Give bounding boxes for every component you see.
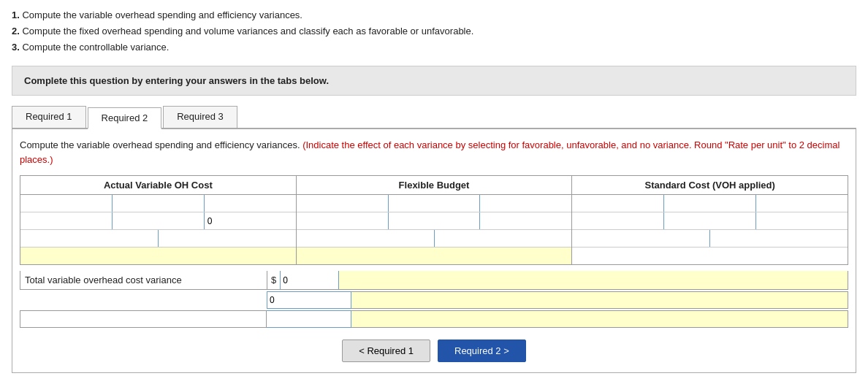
input-actual-r1c2[interactable] — [113, 195, 204, 212]
panel-std-r1c1 — [572, 195, 664, 212]
panel-actual-r1c2 — [113, 195, 205, 212]
panel-std-r1c3 — [756, 195, 848, 212]
tab-required-2[interactable]: Required 2 — [88, 107, 162, 129]
variance-value-input[interactable] — [281, 271, 338, 289]
variance-row3-input-cell — [267, 310, 351, 328]
variance-row3-label-input[interactable] — [23, 312, 263, 326]
variance-label-cell: Total variable overhead cost variance — [20, 271, 267, 289]
variance-yellow-cell — [339, 271, 848, 289]
input-std-r3c2[interactable] — [710, 230, 848, 247]
panel-flex-r2c3 — [480, 212, 571, 229]
panel-std-r2c3 — [756, 212, 848, 229]
input-actual-r1c1[interactable] — [20, 195, 112, 212]
tab-required-1[interactable]: Required 1 — [12, 106, 86, 128]
panel-actual-header: Actual Variable OH Cost — [20, 176, 296, 195]
panel-actual-r2c3 — [205, 212, 296, 229]
panel-std-r2c2 — [664, 212, 756, 229]
panel-actual-r3c1 — [20, 230, 159, 247]
panel-actual: Actual Variable OH Cost — [20, 176, 297, 265]
panel-flex-r2c1 — [297, 212, 389, 229]
panel-flex-r3c1 — [297, 230, 435, 247]
input-flex-r1c3[interactable] — [480, 195, 571, 212]
input-actual-r3c1[interactable] — [20, 230, 158, 247]
next-button[interactable]: Required 2 > — [438, 339, 526, 362]
panel-actual-r1c1 — [20, 195, 113, 212]
panel-std-row2 — [572, 212, 848, 230]
input-actual-r2c3[interactable] — [205, 212, 296, 229]
complete-banner-text: Complete this question by entering your … — [24, 75, 329, 86]
panel-actual-r2c1 — [20, 212, 113, 229]
total-variance-row: Total variable overhead cost variance $ — [20, 271, 848, 290]
input-std-r1c1[interactable] — [572, 195, 663, 212]
input-std-r2c1[interactable] — [572, 212, 663, 229]
variance-row2-input[interactable] — [267, 292, 351, 308]
input-std-r1c2[interactable] — [664, 195, 755, 212]
input-std-r2c3[interactable] — [756, 212, 848, 229]
panel-flexible: Flexible Budget — [297, 176, 573, 265]
panel-actual-r2c2 — [113, 212, 205, 229]
variance-row2-yellow-input[interactable] — [351, 292, 848, 308]
instruction-3-text: Compute the controllable variance. — [22, 42, 169, 53]
panel-flex-r2c2 — [389, 212, 481, 229]
input-flex-r2c2[interactable] — [389, 212, 480, 229]
tab-instruction-main: Compute the variable overhead spending a… — [20, 139, 302, 150]
panel-standard: Standard Cost (VOH applied) — [572, 176, 848, 265]
panel-flex-row1 — [297, 195, 572, 212]
panel-flex-r1c2 — [389, 195, 481, 212]
input-flex-r3c1[interactable] — [297, 230, 434, 247]
panel-flex-r1c1 — [297, 195, 389, 212]
input-flex-yellow-c1[interactable] — [297, 248, 572, 264]
instruction-2-text: Compute the fixed overhead spending and … — [22, 26, 473, 37]
tab-instructions-note: Compute the variable overhead spending a… — [20, 138, 848, 166]
input-flex-r2c1[interactable] — [297, 212, 388, 229]
input-actual-yellow-c1[interactable] — [20, 248, 296, 264]
variance-row3-yellow — [351, 310, 848, 328]
variance-panels: Actual Variable OH Cost — [20, 175, 848, 265]
input-actual-r2c1[interactable] — [20, 212, 112, 229]
variance-row3-input[interactable] — [267, 311, 351, 327]
input-std-r1c3[interactable] — [756, 195, 848, 212]
dollar-sign: $ — [271, 275, 276, 285]
tabs-bar: Required 1 Required 2 Required 3 — [12, 106, 856, 129]
input-actual-r3c2[interactable] — [159, 230, 296, 247]
panel-flex-yellow-row — [297, 248, 572, 264]
instructions-block: 1. Compute the variable overhead spendin… — [12, 7, 856, 55]
prev-button[interactable]: < Required 1 — [342, 339, 430, 362]
tab-required-3[interactable]: Required 3 — [163, 106, 237, 128]
panel-standard-header: Standard Cost (VOH applied) — [572, 176, 848, 195]
variance-yellow-input[interactable] — [339, 271, 848, 289]
panel-actual-yellow-c1 — [20, 248, 296, 264]
dollar-sign-cell: $ — [267, 271, 281, 289]
panel-std-r1c2 — [664, 195, 756, 212]
instruction-1-number: 1. — [12, 9, 20, 20]
panel-std-empty-row — [572, 248, 848, 264]
panel-std-r3c2 — [710, 230, 848, 247]
input-flex-r1c1[interactable] — [297, 195, 388, 212]
input-std-r2c2[interactable] — [664, 212, 755, 229]
panel-std-r3c1 — [572, 230, 710, 247]
panel-flex-row3 — [297, 230, 572, 248]
complete-banner: Complete this question by entering your … — [12, 66, 856, 96]
variance-row2-input-cell — [267, 291, 351, 309]
input-actual-r2c2[interactable] — [113, 212, 204, 229]
variance-row3 — [20, 310, 848, 328]
input-flex-r2c3[interactable] — [480, 212, 571, 229]
panel-std-empty-c1 — [572, 248, 848, 264]
panel-actual-row3 — [20, 230, 296, 248]
panel-std-row1 — [572, 195, 848, 212]
panel-actual-r3c2 — [159, 230, 296, 247]
panel-actual-row1 — [20, 195, 296, 212]
variance-row2-spacer — [20, 291, 267, 309]
input-actual-r1c3[interactable] — [205, 195, 296, 212]
input-flex-r1c2[interactable] — [389, 195, 480, 212]
panel-flexible-header: Flexible Budget — [297, 176, 572, 195]
nav-buttons: < Required 1 Required 2 > — [20, 339, 848, 362]
input-flex-r3c2[interactable] — [435, 230, 572, 247]
panel-actual-r1c3 — [205, 195, 296, 212]
instruction-2-number: 2. — [12, 26, 20, 37]
input-std-r3c1[interactable] — [572, 230, 709, 247]
variance-value-cell — [281, 271, 339, 289]
variance-row2 — [20, 291, 848, 309]
instruction-3-number: 3. — [12, 42, 20, 53]
variance-row3-yellow-input[interactable] — [351, 311, 848, 327]
